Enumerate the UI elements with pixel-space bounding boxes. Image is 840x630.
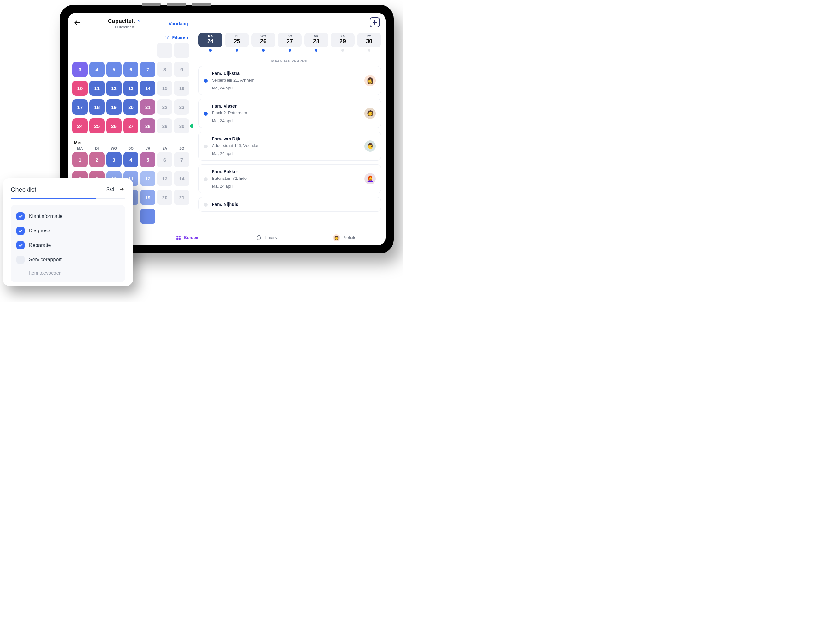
calendar-day[interactable]: 30 — [174, 118, 189, 134]
calendar-day[interactable]: 14 — [140, 80, 155, 96]
avatar: 👨 — [365, 140, 376, 152]
calendar-day[interactable]: 27 — [123, 118, 139, 134]
calendar-day[interactable]: 8 — [157, 62, 172, 77]
calendar-day[interactable]: 21 — [140, 99, 155, 115]
calendar-day[interactable]: 10 — [73, 80, 88, 96]
calendar-day[interactable]: 6 — [123, 62, 139, 77]
calendar-day[interactable]: 3 — [73, 62, 88, 77]
today-button[interactable]: Vandaag — [169, 21, 188, 26]
checklist-item[interactable]: Reparatie — [15, 238, 121, 252]
back-button[interactable] — [74, 19, 81, 28]
calendar-day[interactable]: 4 — [123, 152, 139, 167]
day-pill[interactable]: MA24 — [199, 33, 223, 47]
visit-card[interactable]: Fam. BakkerBatenstein 72, EdeMa, 24 apri… — [199, 164, 381, 193]
dow-label: VR — [140, 146, 155, 150]
calendar-day[interactable]: 13 — [157, 171, 172, 186]
svg-marker-1 — [166, 36, 169, 39]
calendar-day[interactable]: 17 — [73, 99, 88, 115]
calendar-day[interactable]: 2 — [90, 152, 104, 167]
calendar-day[interactable]: 29 — [157, 118, 172, 134]
checklist-item[interactable]: Servicerapport — [15, 252, 121, 267]
day-pill[interactable]: ZO30 — [357, 33, 381, 47]
calendar-day[interactable]: 11 — [90, 80, 104, 96]
visit-card[interactable]: Fam. VisserBlaak 2, RotterdamMa, 24 apri… — [199, 99, 381, 128]
calendar-day[interactable]: 15 — [157, 80, 172, 96]
day-num: 26 — [251, 38, 275, 45]
left-header: Capaciteit Buitendienst Vandaag — [68, 13, 194, 32]
calendar-day[interactable]: 1 — [73, 152, 88, 167]
calendar-day[interactable]: 13 — [123, 80, 139, 96]
calendar-day[interactable]: 9 — [174, 62, 189, 77]
visit-body: Fam. BakkerBatenstein 72, EdeMa, 24 apri… — [212, 169, 360, 189]
visit-title: Fam. Nijhuis — [212, 202, 376, 207]
day-status-dot — [289, 49, 291, 52]
calendar-day[interactable]: 24 — [73, 118, 88, 134]
calendar-day[interactable]: 28 — [140, 118, 155, 134]
visit-address: Blaak 2, Rotterdam — [212, 110, 360, 115]
calendar-day[interactable]: 7 — [140, 62, 155, 77]
calendar-day[interactable]: 12 — [140, 171, 155, 186]
calendar-day[interactable]: 19 — [140, 190, 155, 205]
calendar-day[interactable]: 22 — [157, 99, 172, 115]
grid-icon — [176, 235, 182, 241]
calendar-day[interactable]: 19 — [106, 99, 122, 115]
calendar-day[interactable]: 7 — [174, 152, 189, 167]
calendar-day[interactable]: 16 — [174, 80, 189, 96]
visit-status-dot — [204, 112, 208, 115]
calendar-day[interactable]: 5 — [140, 152, 155, 167]
calendar-day[interactable]: 14 — [174, 171, 189, 186]
day-pill[interactable]: WO26 — [251, 33, 275, 47]
tab-boards[interactable]: Borden — [147, 230, 227, 245]
day-num: 24 — [199, 38, 223, 45]
calendar-day — [73, 43, 88, 58]
calendar-day[interactable]: 3 — [106, 152, 122, 167]
dow-label: MA — [73, 146, 88, 150]
calendar-day[interactable]: 6 — [157, 152, 172, 167]
calendar-day[interactable]: 26 — [106, 118, 122, 134]
checklist-item[interactable]: Diagnose — [15, 224, 121, 238]
day-pill[interactable]: DO27 — [278, 33, 302, 47]
visit-card[interactable]: Fam. van DijkAdderstraat 143, VeendamMa,… — [199, 132, 381, 161]
checkbox[interactable] — [16, 256, 25, 264]
visit-date: Ma, 24 april — [212, 151, 360, 156]
calendar-day — [157, 43, 172, 58]
calendar-day[interactable]: 20 — [157, 190, 172, 205]
day-status-dot — [368, 49, 370, 52]
visit-card[interactable]: Fam. Nijhuis — [199, 197, 381, 211]
checklist-add-input[interactable]: Item toevoegen — [15, 267, 121, 276]
checkbox[interactable] — [16, 212, 25, 220]
tab-timers[interactable]: Timers — [227, 230, 306, 245]
checkbox[interactable] — [16, 227, 25, 235]
arrow-left-icon — [74, 19, 81, 26]
dow-label: ZO — [174, 146, 189, 150]
day-num: 30 — [357, 38, 381, 45]
title-dropdown[interactable]: Capaciteit Buitendienst — [108, 18, 141, 29]
dow-label: DO — [123, 146, 139, 150]
filter-button[interactable]: Filteren — [68, 32, 194, 43]
day-pill[interactable]: ZA29 — [331, 33, 355, 47]
calendar-day[interactable]: 20 — [123, 99, 139, 115]
visit-status-dot — [204, 203, 208, 206]
list-header: MAANDAG 24 APRIL — [194, 52, 385, 66]
expand-button[interactable] — [119, 186, 125, 193]
day-abbr: WO — [251, 35, 275, 38]
checklist-item[interactable]: Klantinformatie — [15, 209, 121, 224]
calendar-day[interactable]: 25 — [90, 118, 104, 134]
visit-title: Fam. Bakker — [212, 169, 360, 174]
add-button[interactable] — [370, 17, 380, 27]
visit-card[interactable]: Fam. DijkstraVelperplein 21, ArnhemMa, 2… — [199, 66, 381, 95]
day-pill[interactable]: VR28 — [304, 33, 328, 47]
tab-profiles[interactable]: 👩 Profielen — [306, 230, 385, 245]
calendar-day[interactable]: 23 — [174, 99, 189, 115]
calendar-day[interactable]: 4 — [90, 62, 104, 77]
calendar-day[interactable]: 18 — [90, 99, 104, 115]
day-abbr: DI — [225, 35, 249, 38]
day-pill[interactable]: DI25 — [225, 33, 249, 47]
calendar-day[interactable]: 12 — [106, 80, 122, 96]
calendar-row: 1234567 — [73, 152, 189, 167]
dow-label: WO — [106, 146, 122, 150]
plus-icon — [372, 19, 377, 25]
calendar-day[interactable]: 21 — [174, 190, 189, 205]
calendar-day[interactable]: 5 — [106, 62, 122, 77]
checkbox[interactable] — [16, 241, 25, 249]
